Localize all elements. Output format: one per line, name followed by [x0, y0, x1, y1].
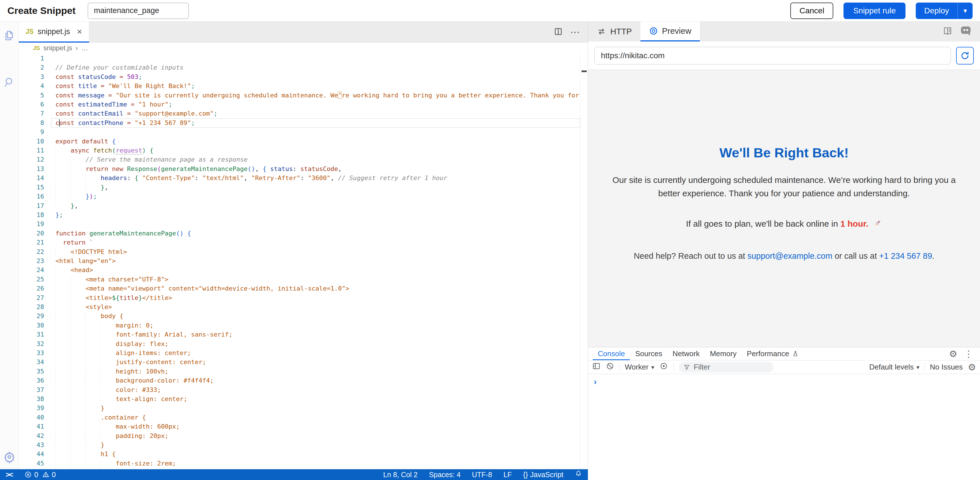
- split-editor-icon[interactable]: [554, 27, 563, 37]
- code-line[interactable]: 16 });: [19, 192, 580, 201]
- log-levels-dropdown[interactable]: Default levels▾: [869, 363, 920, 372]
- notifications-bell-icon[interactable]: [575, 470, 582, 479]
- eol-sequence[interactable]: LF: [503, 470, 512, 479]
- devtools-tab-sources[interactable]: Sources: [630, 347, 667, 360]
- encoding[interactable]: UTF-8: [472, 470, 492, 479]
- code-line[interactable]: 32 display: flex;: [19, 339, 580, 349]
- code-line[interactable]: 34 justify-content: center;: [19, 358, 580, 367]
- code-line[interactable]: 37 color: #333;: [19, 385, 580, 394]
- code-line[interactable]: 24 <head>: [19, 266, 580, 275]
- deploy-button[interactable]: Deploy ▾: [916, 3, 973, 19]
- language-mode[interactable]: {} JavaScript: [523, 470, 563, 479]
- indentation[interactable]: Spaces: 4: [429, 470, 460, 479]
- code-line[interactable]: 19: [19, 220, 580, 229]
- code-line[interactable]: 39 }: [19, 404, 580, 413]
- breadcrumb-file[interactable]: snippet.js: [43, 44, 72, 52]
- console-settings-icon[interactable]: ⚙: [968, 363, 976, 372]
- code-line[interactable]: 22 <!DOCTYPE html>: [19, 247, 580, 257]
- devtools-settings-icon[interactable]: ⚙: [949, 349, 957, 358]
- cancel-button[interactable]: Cancel: [790, 3, 833, 19]
- code-line[interactable]: 28 <style>: [19, 303, 580, 312]
- tab-preview[interactable]: Preview: [640, 22, 700, 41]
- code-line[interactable]: 20function generateMaintenancePage() {: [19, 229, 580, 238]
- code-line[interactable]: 25 <meta charset="UTF-8">: [19, 275, 580, 284]
- code-line[interactable]: 44 h1 {: [19, 450, 580, 459]
- code-line[interactable]: 14 headers: { "Content-Type": "text/html…: [19, 174, 580, 183]
- devtools-kebab-icon[interactable]: ⋮: [964, 349, 973, 358]
- code-line[interactable]: 41 max-width: 600px;: [19, 422, 580, 431]
- cursor-position[interactable]: Ln 8, Col 2: [383, 470, 417, 479]
- code-line[interactable]: 40 .container {: [19, 413, 580, 422]
- devtools-tab-performance[interactable]: Performance: [742, 347, 804, 360]
- code-line[interactable]: 31 font-family: Arial, sans-serif;: [19, 330, 580, 339]
- snippet-name-input[interactable]: [88, 3, 189, 19]
- url-input[interactable]: [594, 47, 951, 65]
- code-line[interactable]: 35 height: 100vh;: [19, 367, 580, 376]
- code-editor[interactable]: 12// Define your customizable inputs3con…: [19, 53, 588, 469]
- code-line[interactable]: 13 return new Response(generateMaintenan…: [19, 165, 580, 174]
- code-line[interactable]: 26 <meta name="viewport" content="width=…: [19, 284, 580, 293]
- preview-url-bar: [588, 41, 980, 70]
- code-line[interactable]: 45 font-size: 2rem;: [19, 459, 580, 468]
- remote-indicator-icon[interactable]: ><: [6, 470, 12, 479]
- clear-console-icon[interactable]: [606, 362, 614, 372]
- reload-button[interactable]: [956, 47, 974, 65]
- code-line[interactable]: 9: [19, 128, 580, 136]
- code-line[interactable]: 6const estimatedTime = "1 hour";: [19, 100, 580, 109]
- code-line[interactable]: 42 padding: 20px;: [19, 431, 580, 440]
- code-line[interactable]: 21 return `: [19, 238, 580, 247]
- code-line[interactable]: 7const contactEmail = "support@example.c…: [19, 109, 580, 118]
- issues-counter[interactable]: No Issues: [930, 363, 963, 372]
- code-line[interactable]: 15 },: [19, 183, 580, 192]
- breadcrumb-more[interactable]: …: [81, 44, 88, 52]
- editor-scrollbar[interactable]: [580, 53, 588, 469]
- live-expression-eye-icon[interactable]: [659, 362, 668, 372]
- context-selector[interactable]: Worker▾: [625, 363, 654, 372]
- code-line[interactable]: 1: [19, 54, 580, 63]
- settings-gear-icon[interactable]: [3, 450, 16, 464]
- code-line[interactable]: 11 async fetch(request) {: [19, 146, 580, 155]
- devtools-tab-console[interactable]: Console: [593, 347, 630, 360]
- code-line[interactable]: 46 color: #0056b3;: [19, 468, 580, 469]
- chevron-down-icon: ▾: [916, 364, 920, 371]
- code-line[interactable]: 23<html lang="en">: [19, 257, 580, 266]
- console-sidebar-toggle-icon[interactable]: [592, 362, 601, 372]
- deploy-caret-icon[interactable]: ▾: [958, 7, 973, 15]
- code-line[interactable]: 8const contactPhone = "+1 234 567 89";: [19, 119, 580, 128]
- discord-icon[interactable]: [961, 26, 972, 37]
- devtools-tab-memory[interactable]: Memory: [705, 347, 742, 360]
- code-line[interactable]: 36 background-color: #f4f4f4;: [19, 376, 580, 385]
- code-line[interactable]: 17 },: [19, 201, 580, 211]
- code-line[interactable]: 33 align-items: center;: [19, 349, 580, 358]
- support-phone-link[interactable]: +1 234 567 89: [879, 251, 932, 260]
- docs-book-icon[interactable]: [942, 26, 953, 37]
- console-filter-input[interactable]: Filter: [679, 362, 773, 372]
- code-line[interactable]: 2// Define your customizable inputs: [19, 63, 580, 72]
- console-messages[interactable]: ›: [588, 374, 980, 480]
- tab-http[interactable]: HTTP: [588, 22, 640, 41]
- code-line[interactable]: 10export default {: [19, 137, 580, 146]
- problems-warnings[interactable]: 0: [42, 470, 56, 479]
- code-line[interactable]: 4const title = "We'll Be Right Back!";: [19, 81, 580, 90]
- code-lines[interactable]: 12// Define your customizable inputs3con…: [19, 54, 580, 469]
- support-email-link[interactable]: support@example.com: [748, 251, 832, 260]
- code-line[interactable]: 29 body {: [19, 312, 580, 321]
- devtools-tab-network[interactable]: Network: [667, 347, 705, 360]
- code-line[interactable]: 27 <title>${title}</title>: [19, 293, 580, 303]
- tab-close-icon[interactable]: ×: [77, 27, 82, 36]
- code-line[interactable]: 3const statusCode = 503;: [19, 73, 580, 81]
- problems-errors[interactable]: 0: [24, 470, 38, 479]
- console-prompt-chevron[interactable]: ›: [594, 377, 597, 386]
- code-line[interactable]: 18};: [19, 211, 580, 220]
- files-icon[interactable]: [3, 30, 15, 42]
- code-line[interactable]: 12 // Serve the maintenance page as a re…: [19, 155, 580, 164]
- code-line[interactable]: 43 }: [19, 440, 580, 450]
- breadcrumb[interactable]: JS snippet.js › …: [19, 43, 588, 53]
- snippet-rule-button[interactable]: Snippet rule: [843, 3, 905, 19]
- more-actions-icon[interactable]: ⋯: [570, 27, 581, 38]
- code-line[interactable]: 38 text-align: center;: [19, 394, 580, 404]
- search-icon[interactable]: [4, 76, 15, 88]
- code-line[interactable]: 5const message = "Our site is currently …: [19, 91, 580, 100]
- code-line[interactable]: 30 margin: 0;: [19, 321, 580, 330]
- tab-snippet-js[interactable]: JS snippet.js ×: [19, 22, 89, 43]
